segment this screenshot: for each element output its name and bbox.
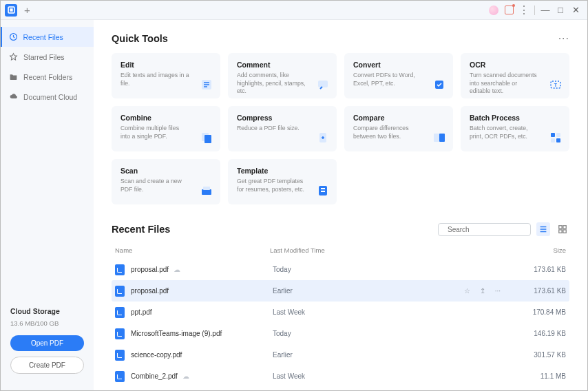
cloud-icon: ☁ [182, 372, 189, 380]
svg-text:T: T [554, 83, 558, 87]
more-icon[interactable]: ··· [558, 32, 569, 45]
file-name: ppt.pdf [131, 308, 152, 316]
file-modified: Earlier [273, 351, 514, 359]
table-header: Name Last Modified Time Size [112, 243, 569, 259]
upload-icon[interactable]: ↥ [480, 287, 485, 295]
tool-card-compare[interactable]: CompareCompare differences between two f… [344, 106, 453, 151]
tool-desc: Combine multiple files into a single PDF… [120, 125, 211, 140]
more-icon[interactable]: ··· [495, 287, 501, 295]
search-input[interactable] [448, 226, 535, 233]
file-size: 11.1 MB [514, 372, 569, 380]
user-avatar-icon[interactable] [486, 3, 501, 18]
tool-card-compress[interactable]: CompressReduce a PDF file size. [228, 106, 337, 151]
search-box[interactable] [438, 223, 531, 236]
svg-rect-12 [439, 134, 445, 142]
tool-title: OCR [470, 61, 560, 69]
tool-title: Batch Process [470, 114, 560, 122]
tool-desc: Convert PDFs to Word, Excel, PPT, etc. [353, 72, 444, 87]
tool-title: Compare [353, 114, 444, 122]
file-row[interactable]: science-copy.pdfEarlier301.57 KB [112, 344, 569, 366]
file-size: 173.61 KB [514, 266, 569, 273]
tool-icon: T [549, 78, 563, 92]
tool-title: Combine [120, 114, 211, 122]
svg-rect-18 [203, 187, 210, 190]
tool-title: Template [237, 167, 328, 175]
file-modified: Today [273, 330, 514, 337]
minimize-button[interactable]: — [538, 3, 553, 18]
sidebar-item-label: Starred Files [23, 53, 65, 61]
tool-card-template[interactable]: TemplateGet great PDF templates for resu… [228, 159, 337, 204]
file-row[interactable]: proposal.pdf☁Today173.61 KB [112, 259, 569, 280]
tool-desc: Reduce a PDF file size. [237, 125, 328, 133]
tool-card-convert[interactable]: ConvertConvert PDFs to Word, Excel, PPT,… [344, 53, 453, 98]
file-name: proposal.pdf [131, 287, 169, 295]
sidebar-item-starred-files[interactable]: Starred Files [1, 47, 94, 67]
tool-desc: Batch convert, create, print, OCR PDFs, … [470, 125, 560, 140]
tools-grid: EditEdit texts and images in a file.Comm… [112, 53, 569, 204]
svg-rect-25 [559, 230, 562, 233]
tool-icon [316, 131, 330, 145]
star-icon[interactable]: ☆ [464, 287, 470, 295]
svg-rect-9 [204, 135, 211, 143]
create-pdf-button[interactable]: Create PDF [10, 357, 84, 374]
quick-tools-heading: Quick Tools [112, 33, 168, 44]
titlebar: + ⋮ — □ ✕ [1, 1, 587, 20]
tool-card-combine[interactable]: CombineCombine multiple files into a sin… [112, 106, 220, 151]
tool-icon [200, 131, 213, 145]
file-name: MicrosoftTeams-image (9).pdf [131, 330, 222, 337]
cloud-storage-usage: 13.6 MB/100 GB [10, 319, 84, 327]
file-row[interactable]: Combine_2.pdf☁Last Week11.1 MB [112, 366, 569, 387]
file-name: Combine_2.pdf [131, 372, 178, 380]
cloud-storage-heading: Cloud Storage [10, 307, 84, 315]
col-size: Size [514, 246, 569, 254]
sidebar-item-recent-folders[interactable]: Recent Folders [1, 67, 94, 87]
sidebar: Recent Files Starred Files Recent Folder… [1, 20, 94, 390]
maximize-button[interactable]: □ [553, 3, 568, 18]
sidebar-item-label: Recent Files [23, 33, 63, 41]
svg-rect-1 [10, 8, 12, 11]
tool-desc: Scan and create a new PDF file. [120, 178, 211, 193]
tool-title: Scan [120, 167, 211, 175]
cloud-icon: ☁ [174, 266, 180, 273]
tool-desc: Compare differences between two files. [353, 125, 444, 140]
file-row[interactable]: proposal.pdfEarlier☆↥···173.61 KB [112, 280, 569, 302]
svg-rect-23 [559, 226, 562, 229]
tool-card-comment[interactable]: CommentAdd comments, like highlights, pe… [228, 53, 337, 98]
tool-icon [316, 78, 330, 92]
grid-view-button[interactable] [556, 222, 569, 236]
close-button[interactable]: ✕ [568, 3, 583, 18]
file-icon [115, 264, 125, 275]
open-pdf-button[interactable]: Open PDF [10, 335, 84, 351]
file-list: proposal.pdf☁Today173.61 KBproposal.pdfE… [112, 259, 569, 387]
tool-card-ocr[interactable]: OCRTurn scanned documents into searchabl… [461, 53, 569, 98]
sidebar-item-document-cloud[interactable]: Document Cloud [1, 87, 94, 107]
file-row[interactable]: ppt.pdfLast Week170.84 MB [112, 302, 569, 323]
notification-icon[interactable] [501, 3, 516, 18]
menu-icon[interactable]: ⋮ [516, 3, 532, 18]
file-row[interactable]: MicrosoftTeams-image (9).pdfToday146.19 … [112, 323, 569, 344]
tool-card-scan[interactable]: ScanScan and create a new PDF file. [112, 159, 220, 204]
col-name: Name [112, 246, 270, 254]
file-size: 301.57 KB [514, 351, 569, 359]
file-icon [115, 286, 125, 297]
tool-icon [316, 184, 330, 198]
file-size: 170.84 MB [514, 308, 569, 316]
new-tab-button[interactable]: + [24, 4, 30, 16]
tool-icon [200, 184, 213, 198]
file-modified: Today [273, 266, 514, 273]
tool-icon [200, 78, 213, 92]
svg-rect-21 [321, 191, 325, 192]
tool-card-edit[interactable]: EditEdit texts and images in a file. [112, 53, 220, 98]
main-content: Quick Tools ··· EditEdit texts and image… [94, 20, 587, 390]
svg-rect-11 [434, 134, 439, 142]
svg-rect-16 [556, 138, 560, 142]
tool-title: Comment [237, 61, 328, 69]
list-view-button[interactable] [536, 222, 550, 236]
tool-desc: Edit texts and images in a file. [120, 72, 211, 87]
svg-rect-14 [556, 133, 560, 137]
tool-card-batch-process[interactable]: Batch ProcessBatch convert, create, prin… [461, 106, 569, 151]
file-icon [115, 307, 125, 318]
sidebar-item-label: Recent Folders [23, 73, 72, 81]
file-modified: Last Week [273, 308, 514, 316]
sidebar-item-recent-files[interactable]: Recent Files [1, 27, 94, 47]
